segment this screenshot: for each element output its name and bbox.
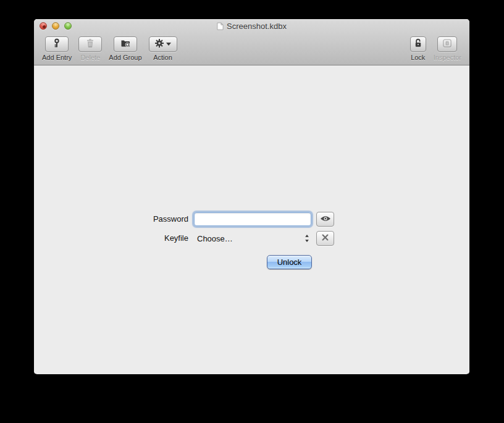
close-x-icon	[321, 233, 329, 243]
toolbar: Add Entry	[34, 33, 469, 61]
document-modified-dot	[43, 25, 46, 28]
inspector-panel-icon	[442, 38, 452, 50]
keyfile-popup[interactable]: Choose…	[194, 232, 311, 245]
toolbar-label-delete: Delete	[80, 54, 100, 61]
delete-button[interactable]	[78, 36, 102, 52]
add-group-button[interactable]	[114, 36, 137, 52]
toolbar-item-inspector: Inspector	[434, 36, 461, 61]
reveal-password-button[interactable]	[316, 212, 334, 227]
chevron-down-icon	[166, 43, 171, 46]
lock-button[interactable]	[410, 36, 426, 52]
toolbar-label-add-group: Add Group	[109, 54, 141, 61]
toolbar-label-inspector: Inspector	[434, 54, 461, 61]
window-controls	[40, 19, 72, 33]
clear-keyfile-button[interactable]	[316, 231, 334, 246]
eye-icon	[320, 215, 331, 224]
toolbar-item-add-group: Add Group	[109, 36, 141, 61]
action-button[interactable]	[149, 36, 177, 52]
key-icon	[52, 38, 62, 50]
toolbar-item-action: Action	[149, 36, 177, 61]
password-label: Password	[114, 212, 188, 226]
toolbar-label-lock: Lock	[411, 54, 425, 61]
close-button[interactable]	[40, 22, 47, 30]
toolbar-item-lock: Lock	[410, 36, 426, 61]
keyfile-selected-value: Choose…	[197, 234, 233, 243]
password-input[interactable]	[194, 212, 311, 226]
unlock-screen: Password Keyfile Choose…	[34, 65, 469, 374]
keyfile-label: Keyfile	[114, 232, 188, 245]
gear-icon	[154, 38, 164, 50]
toolbar-label-add-entry: Add Entry	[42, 54, 72, 61]
toolbar-item-add-entry: Add Entry	[42, 36, 72, 61]
toolbar-label-action: Action	[153, 54, 172, 61]
minimize-button[interactable]	[52, 22, 59, 30]
folder-plus-icon	[120, 38, 130, 50]
unlock-button[interactable]: Unlock	[267, 255, 312, 269]
desktop-background: Screenshot.kdbx	[0, 0, 504, 423]
zoom-button[interactable]	[64, 22, 72, 30]
popup-arrows-icon	[304, 234, 309, 243]
window-header: Screenshot.kdbx	[34, 19, 469, 65]
document-icon	[217, 22, 224, 30]
app-window: Screenshot.kdbx	[34, 19, 469, 374]
window-title: Screenshot.kdbx	[227, 22, 287, 31]
padlock-open-icon	[413, 38, 423, 50]
title-bar[interactable]: Screenshot.kdbx	[34, 19, 469, 33]
inspector-button[interactable]	[437, 36, 457, 52]
trash-icon	[85, 38, 95, 50]
toolbar-item-delete: Delete	[78, 36, 102, 61]
add-entry-button[interactable]	[45, 36, 69, 52]
